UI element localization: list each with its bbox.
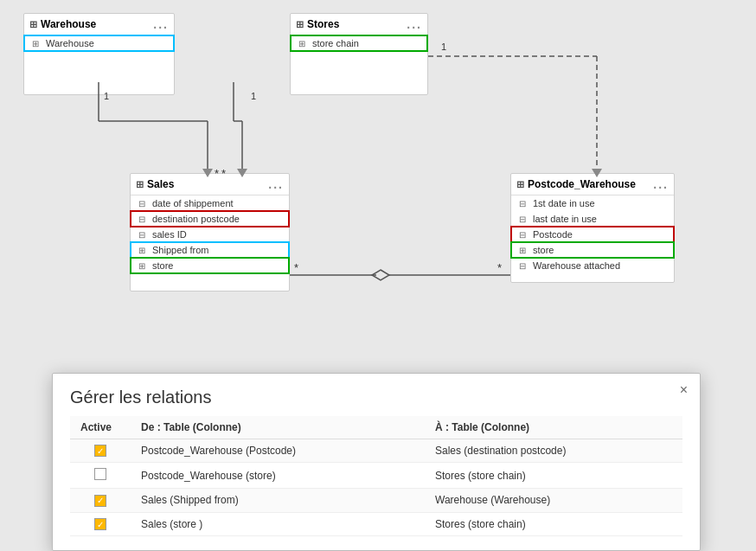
table-row[interactable]: ✓Sales (store )Stores (store chain) [70,512,682,536]
pw-field-1stdate: ⊟ 1st date in use [511,195,674,211]
active-cell[interactable]: ✓ [70,489,131,513]
a-cell: Stores (store chain) [425,463,682,489]
sales-menu[interactable]: ... [268,177,284,191]
field-icon: ⊞ [29,39,42,48]
svg-text:*: * [294,261,298,274]
a-cell: Warehouse (Warehouse) [425,489,682,513]
svg-text:*: * [497,261,502,274]
stores-field-storechain: ⊞ store chain [291,35,427,51]
checkbox-checked[interactable]: ✓ [94,518,106,530]
active-cell[interactable] [70,463,131,489]
checkbox-checked[interactable]: ✓ [94,445,106,457]
svg-text:1: 1 [251,91,256,101]
checkbox-unchecked[interactable] [94,468,106,480]
postcode-warehouse-title: Postcode_Warehouse [528,178,636,190]
stores-table-header: ⊞ Stores ... [291,14,427,35]
table-icon: ⊞ [296,19,304,30]
table-icon: ⊞ [136,179,144,190]
warehouse-table: ⊞ Warehouse ... ⊞ Warehouse [23,13,175,95]
pw-field-lastdate: ⊟ last date in use [511,211,674,227]
pw-field-store: ⊞ store [511,242,674,258]
postcode-warehouse-menu[interactable]: ... [653,177,669,191]
stores-table: ⊞ Stores ... ⊞ store chain [290,13,428,95]
sales-title: Sales [147,178,174,190]
sales-field-salesid: ⊟ sales ID [131,227,289,242]
sales-field-destpostcode: ⊟ destination postcode [131,211,289,227]
warehouse-table-header: ⊞ Warehouse ... [24,14,174,35]
sales-table: ⊞ Sales ... ⊟ date of shippement ⊟ desti… [130,173,290,292]
table-row[interactable]: ✓Sales (Shipped from)Warehouse (Warehous… [70,489,682,513]
col-header-a: À : Table (Colonne) [425,416,682,439]
col-header-de: De : Table (Colonne) [131,416,425,439]
sales-field-date: ⊟ date of shippement [131,195,289,211]
postcode-warehouse-table-header: ⊞ Postcode_Warehouse ... [511,174,674,195]
active-cell[interactable]: ✓ [70,512,131,536]
manage-relations-dialog: × Gérer les relations Active De : Table … [52,373,701,552]
table-icon: ⊞ [29,19,37,30]
table-icon: ⊞ [516,179,524,190]
de-cell: Postcode_Warehouse (Postcode) [131,439,425,463]
warehouse-menu[interactable]: ... [153,17,169,31]
a-cell: Sales (destination postcode) [425,439,682,463]
close-button[interactable]: × [680,382,688,398]
stores-title: Stores [307,18,339,30]
pw-field-postcode: ⊟ Postcode [511,227,674,242]
de-cell: Postcode_Warehouse (store) [131,463,425,489]
sales-field-store: ⊞ store [131,258,289,273]
sales-table-header: ⊞ Sales ... [131,174,289,195]
checkbox-checked[interactable]: ✓ [94,495,106,507]
col-header-active: Active [70,416,131,439]
sales-field-shippedfrom: ⊞ Shipped from [131,242,289,258]
table-row[interactable]: ✓Postcode_Warehouse (Postcode)Sales (des… [70,439,682,463]
a-cell: Stores (store chain) [425,512,682,536]
dialog-title: Gérer les relations [53,374,700,416]
table-row[interactable]: Postcode_Warehouse (store)Stores (store … [70,463,682,489]
svg-text:1: 1 [441,42,446,52]
active-cell[interactable]: ✓ [70,439,131,463]
warehouse-title: Warehouse [41,18,96,30]
dialog-content: Active De : Table (Colonne) À : Table (C… [53,416,700,551]
svg-marker-17 [372,270,389,280]
diagram-area: ⊞ Warehouse ... ⊞ Warehouse ⊞ Stores ...… [0,0,756,363]
field-icon: ⊞ [296,39,308,48]
postcode-warehouse-table: ⊞ Postcode_Warehouse ... ⊟ 1st date in u… [510,173,675,283]
warehouse-field-warehouse: ⊞ Warehouse [24,35,174,51]
de-cell: Sales (Shipped from) [131,489,425,513]
de-cell: Sales (store ) [131,512,425,536]
stores-menu[interactable]: ... [407,17,422,31]
relations-table: Active De : Table (Colonne) À : Table (C… [70,416,682,537]
pw-field-warehouse-attached: ⊟ Warehouse attached [511,258,674,273]
